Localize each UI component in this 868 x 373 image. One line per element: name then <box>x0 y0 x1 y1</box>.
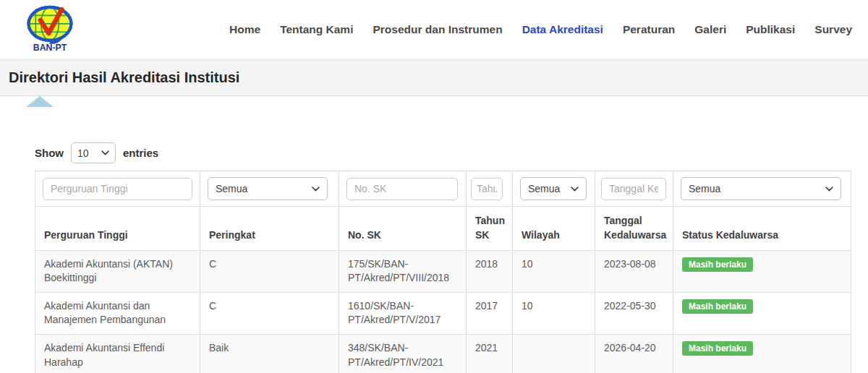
filter-row: Semua Semua Semua <box>35 171 851 207</box>
status-badge: Masih berlaku <box>682 299 753 314</box>
content-area: Show 10 entries Semua <box>0 107 868 373</box>
filter-tahun-sk-input[interactable] <box>471 178 503 200</box>
page-size-select[interactable]: 10 <box>71 142 116 163</box>
page-size-value: 10 <box>77 147 89 159</box>
filter-perguruan-tinggi-input[interactable] <box>43 178 192 200</box>
cell-perguruan-tinggi: Akademi Akuntansi dan Manajemen Pembangu… <box>35 292 200 334</box>
show-label: Show <box>35 147 64 159</box>
col-header-tahun-sk[interactable]: Tahun SK <box>467 207 513 251</box>
table-header-row: Perguruan Tinggi Peringkat No. SK Tahun … <box>35 207 851 251</box>
col-header-no-sk[interactable]: No. SK <box>339 207 467 251</box>
cell-tanggal-kedaluwarsa: 2022-05-30 <box>595 292 673 334</box>
col-header-status-kedaluwarsa[interactable]: Status Kedaluwarsa <box>673 207 851 251</box>
cell-perguruan-tinggi: Akademi Akuntansi (AKTAN) Boekittinggi <box>35 250 200 292</box>
nav-item-tentang-kami[interactable]: Tentang Kami <box>280 23 353 36</box>
accreditation-table: Semua Semua Semua <box>35 171 851 373</box>
nav-item-peraturan[interactable]: Peraturan <box>623 23 675 36</box>
cell-tahun-sk: 2018 <box>467 250 513 292</box>
filter-tanggal-kedaluwarsa-input[interactable] <box>601 178 666 200</box>
cell-no-sk: 348/SK/BAN-PT/Akred/PT/IV/2021 <box>339 334 467 373</box>
cell-perguruan-tinggi: Akademi Akuntansi Effendi Harahap <box>35 334 200 373</box>
col-header-perguruan-tinggi[interactable]: Perguruan Tinggi <box>35 207 200 251</box>
col-header-wilayah[interactable]: Wilayah <box>513 207 595 251</box>
cell-peringkat: C <box>200 292 339 334</box>
table-row: Akademi Akuntansi (AKTAN) Boekittinggi C… <box>35 250 851 292</box>
chevron-down-icon <box>101 150 109 155</box>
col-header-peringkat[interactable]: Peringkat <box>200 207 339 251</box>
filter-wilayah-select[interactable]: Semua <box>520 177 587 200</box>
status-badge: Masih berlaku <box>682 257 753 272</box>
table-row: Akademi Akuntansi dan Manajemen Pembangu… <box>35 292 851 334</box>
banpt-logo-icon[interactable]: BAN-PT <box>20 4 80 56</box>
show-entries-control: Show 10 entries <box>35 142 851 163</box>
cell-tahun-sk: 2021 <box>467 334 513 373</box>
nav-item-data-akreditasi[interactable]: Data Akreditasi <box>522 23 603 36</box>
chevron-down-icon <box>825 186 833 192</box>
cell-peringkat: C <box>200 250 339 292</box>
nav-item-publikasi[interactable]: Publikasi <box>746 23 795 36</box>
table-row: Akademi Akuntansi Effendi Harahap Baik 3… <box>35 334 851 373</box>
chevron-down-icon <box>571 186 579 192</box>
active-section-pointer-icon <box>26 96 54 107</box>
cell-wilayah: 10 <box>513 250 595 292</box>
nav-item-survey[interactable]: Survey <box>814 23 852 36</box>
entries-label: entries <box>123 147 158 159</box>
col-header-tanggal-kedaluwarsa[interactable]: Tanggal Kedaluwarsa <box>595 207 673 251</box>
filter-peringkat-select[interactable]: Semua <box>208 177 328 200</box>
svg-text:BAN-PT: BAN-PT <box>33 43 67 53</box>
chevron-down-icon <box>312 186 320 192</box>
filter-no-sk-input[interactable] <box>346 178 458 200</box>
top-header: BAN-PT Home Tentang Kami Prosedur dan In… <box>0 0 868 59</box>
cell-tanggal-kedaluwarsa: 2026-04-20 <box>595 334 673 373</box>
cell-peringkat: Baik <box>200 334 339 373</box>
cell-no-sk: 1610/SK/BAN-PT/Akred/PT/V/2017 <box>339 292 467 334</box>
nav-item-galeri[interactable]: Galeri <box>694 23 726 36</box>
cell-no-sk: 175/SK/BAN-PT/Akred/PT/VIII/2018 <box>339 250 467 292</box>
cell-wilayah: 10 <box>513 292 595 334</box>
title-band: Direktori Hasil Akreditasi Institusi <box>0 59 868 96</box>
cell-tanggal-kedaluwarsa: 2023-08-08 <box>595 250 673 292</box>
cell-wilayah <box>513 334 595 373</box>
cell-tahun-sk: 2017 <box>467 292 513 334</box>
nav-item-home[interactable]: Home <box>229 23 260 36</box>
page-title: Direktori Hasil Akreditasi Institusi <box>9 69 239 86</box>
status-badge: Masih berlaku <box>682 341 753 356</box>
main-nav: Home Tentang Kami Prosedur dan Instrumen… <box>229 23 852 36</box>
nav-item-prosedur-dan-instrumen[interactable]: Prosedur dan Instrumen <box>373 23 502 36</box>
filter-status-select[interactable]: Semua <box>681 177 841 200</box>
